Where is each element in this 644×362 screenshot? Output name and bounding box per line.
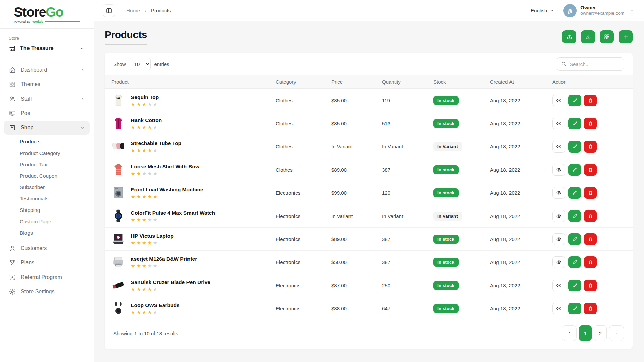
trash-icon bbox=[588, 213, 593, 219]
product-created-at: Aug 18, 2022 bbox=[490, 89, 552, 112]
edit-button[interactable] bbox=[568, 233, 581, 245]
view-button[interactable] bbox=[552, 233, 565, 245]
sidebar-nav: DashboardThemesStaffPosShopProductsProdu… bbox=[0, 58, 94, 299]
home-icon bbox=[9, 66, 16, 74]
view-button[interactable] bbox=[552, 118, 565, 129]
view-button[interactable] bbox=[552, 141, 565, 153]
sidebar-subitem-shipping[interactable]: Shipping bbox=[20, 204, 90, 216]
view-button[interactable] bbox=[552, 187, 565, 199]
sidebar-item-referral-program[interactable]: Referral Program bbox=[4, 270, 90, 284]
product-image bbox=[111, 163, 125, 177]
sidebar-item-label: Customers bbox=[21, 245, 47, 251]
product-price: $85.00 bbox=[331, 112, 382, 135]
grid-icon bbox=[9, 81, 16, 88]
language-selector[interactable]: English bbox=[531, 8, 554, 13]
language-label: English bbox=[531, 8, 547, 13]
trash-icon bbox=[588, 144, 593, 149]
edit-button[interactable] bbox=[568, 210, 581, 222]
delete-button[interactable] bbox=[584, 118, 597, 129]
sidebar-subitem-product-category[interactable]: Product Category bbox=[20, 147, 90, 159]
pagination-next-button[interactable] bbox=[609, 325, 624, 341]
sidebar-item-staff[interactable]: Staff bbox=[4, 92, 90, 106]
edit-button[interactable] bbox=[568, 164, 581, 176]
sidebar-item-customers[interactable]: Customers bbox=[4, 241, 90, 255]
product-quantity: 513 bbox=[382, 112, 433, 135]
sidebar-subitem-custom-page[interactable]: Custom Page bbox=[20, 216, 90, 227]
store-section-label: Store bbox=[0, 29, 94, 42]
edit-button[interactable] bbox=[568, 95, 581, 106]
delete-button[interactable] bbox=[584, 303, 597, 314]
table-row: Sequin Top★★★★★Clothes$85.00119In stockA… bbox=[105, 89, 633, 112]
shop-submenu: ProductsProduct CategoryProduct TaxProdu… bbox=[12, 136, 90, 239]
edit-button[interactable] bbox=[568, 280, 581, 291]
topbar: HomeProducts English Owner owner@example… bbox=[94, 0, 644, 21]
product-name: aserjet M126a B&W Printer bbox=[131, 256, 197, 262]
delete-button[interactable] bbox=[584, 95, 597, 106]
sidebar-item-store-settings[interactable]: Store Settings bbox=[4, 285, 90, 299]
sidebar-subitem-testimonials[interactable]: Testimonials bbox=[20, 193, 90, 204]
breadcrumb-home[interactable]: Home bbox=[126, 8, 140, 13]
store-selector[interactable]: The Treasure bbox=[0, 42, 94, 58]
sidebar-item-shop[interactable]: Shop bbox=[4, 121, 90, 135]
view-button[interactable] bbox=[552, 256, 565, 268]
delete-button[interactable] bbox=[584, 280, 597, 291]
logo: StoreGo Powered By Workdo bbox=[0, 0, 94, 29]
import-button[interactable] bbox=[562, 30, 576, 43]
product-price: $85.00 bbox=[331, 89, 382, 112]
product-quantity: In Variant bbox=[382, 135, 433, 158]
delete-button[interactable] bbox=[584, 210, 597, 222]
view-button[interactable] bbox=[552, 210, 565, 222]
eye-icon bbox=[556, 98, 562, 103]
user-menu[interactable]: Owner owner@example.com bbox=[563, 4, 635, 17]
delete-button[interactable] bbox=[584, 164, 597, 176]
pagination-page-2[interactable]: 2 bbox=[594, 325, 607, 341]
sidebar-item-dashboard[interactable]: Dashboard bbox=[4, 63, 90, 77]
sidebar-subitem-blogs[interactable]: Blogs bbox=[20, 227, 90, 239]
delete-button[interactable] bbox=[584, 187, 597, 199]
column-header-stock: Stock bbox=[433, 75, 490, 89]
table-row: Front Load Washing Machine★★★★★Electroni… bbox=[105, 181, 633, 204]
view-button[interactable] bbox=[552, 95, 565, 106]
product-created-at: Aug 18, 2022 bbox=[490, 228, 552, 251]
stock-badge: In stock bbox=[433, 235, 459, 244]
sidebar-subitem-product-coupon[interactable]: Product Coupon bbox=[20, 170, 90, 182]
export-button[interactable] bbox=[581, 30, 595, 43]
edit-button[interactable] bbox=[568, 256, 581, 268]
edit-button[interactable] bbox=[568, 141, 581, 153]
stock-badge: In stock bbox=[433, 304, 459, 313]
sidebar-item-plans[interactable]: Plans bbox=[4, 256, 90, 270]
pagination-prev-button[interactable] bbox=[562, 325, 577, 341]
table-row: Loop OWS Earbuds★★★★★Electronics$88.0064… bbox=[105, 297, 633, 320]
edit-button[interactable] bbox=[568, 303, 581, 314]
view-button[interactable] bbox=[552, 280, 565, 291]
entries-label: entries bbox=[154, 61, 169, 67]
edit-button[interactable] bbox=[568, 118, 581, 129]
sidebar-toggle-button[interactable] bbox=[103, 4, 115, 17]
delete-button[interactable] bbox=[584, 141, 597, 153]
delete-button[interactable] bbox=[584, 233, 597, 245]
sidebar-item-themes[interactable]: Themes bbox=[4, 77, 90, 92]
pagination-page-1[interactable]: 1 bbox=[579, 325, 592, 341]
view-button[interactable] bbox=[552, 164, 565, 176]
sidebar-subitem-product-tax[interactable]: Product Tax bbox=[20, 159, 90, 170]
delete-button[interactable] bbox=[584, 256, 597, 268]
add-product-button[interactable] bbox=[619, 30, 633, 43]
grid-view-button[interactable] bbox=[600, 30, 614, 43]
view-button[interactable] bbox=[552, 303, 565, 314]
chevron-down-icon bbox=[79, 46, 85, 51]
gear-icon bbox=[9, 288, 16, 295]
product-created-at: Aug 18, 2022 bbox=[490, 204, 552, 228]
sidebar-subitem-products[interactable]: Products bbox=[20, 136, 90, 147]
search-input[interactable] bbox=[557, 57, 624, 71]
stock-badge: In stock bbox=[433, 281, 459, 290]
download-icon bbox=[585, 34, 591, 40]
sidebar-item-pos[interactable]: Pos bbox=[4, 106, 90, 120]
person-icon bbox=[9, 245, 16, 252]
product-image bbox=[111, 209, 125, 223]
sidebar-subitem-subscriber[interactable]: Subscriber bbox=[20, 182, 90, 193]
column-header-action: Action bbox=[552, 75, 633, 89]
chevron-right-icon bbox=[80, 68, 85, 73]
edit-button[interactable] bbox=[568, 187, 581, 199]
page-size-select[interactable]: 10 bbox=[130, 58, 151, 70]
pencil-icon bbox=[572, 190, 578, 196]
